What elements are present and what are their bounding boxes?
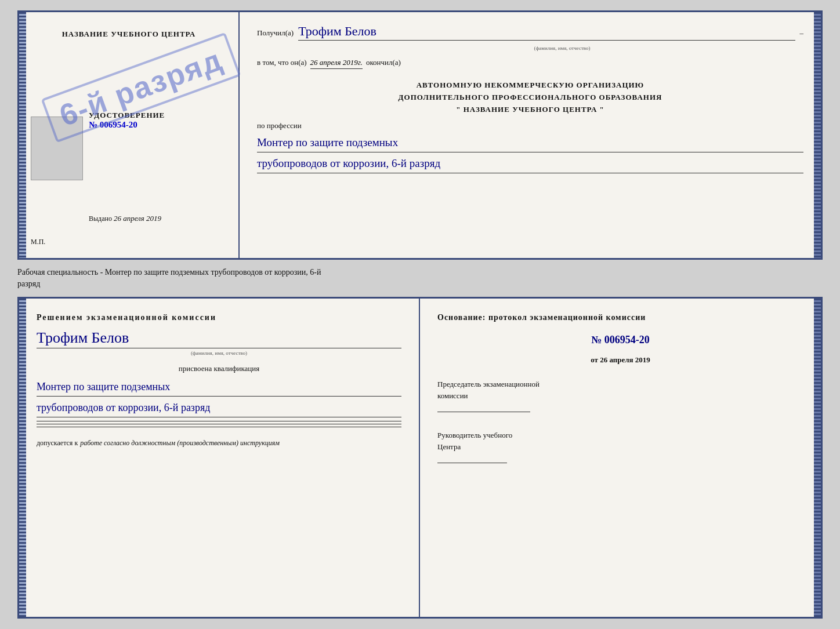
dopuskaetsya-text: работе согласно должностным (производств…	[80, 439, 280, 448]
vtom-prefix: в том, что он(а)	[257, 58, 307, 67]
dash-line-1	[37, 421, 401, 421]
osnovaniye-label: Основание: протокол экзаменационной коми…	[437, 313, 803, 322]
vydano-label: Выдано	[89, 214, 112, 223]
vtom-line: в том, что он(а) 26 апреля 2019г. окончи…	[257, 58, 803, 69]
prisvoena-label: присвоена квалификация	[37, 364, 401, 373]
okonchil-label: окончил(а)	[366, 58, 401, 67]
vydano-date: 26 апреля 2019	[114, 214, 161, 223]
dash-line-2	[37, 424, 401, 424]
poluchil-label: Получил(а)	[257, 28, 294, 38]
between-line1: Рабочая специальность - Монтер по защите…	[17, 267, 823, 278]
predsedatel-label2: комиссии	[437, 390, 803, 402]
diploma-bottom: Решением экзаменационной комиссии Трофим…	[17, 297, 823, 619]
po-professii-top: по профессии	[257, 121, 803, 130]
udostoverenie-block: УДОСТОВЕРЕНИЕ № 006954-20	[89, 111, 233, 130]
between-line2: разряд	[17, 278, 823, 290]
diploma-left-panel: НАЗВАНИЕ УЧЕБНОГО ЦЕНТРА 6-й разряд УДОС…	[19, 12, 240, 258]
fio-hint-top: (фамилия, имя, отчество)	[321, 45, 803, 51]
ot-date-val: 26 апреля 2019	[600, 355, 650, 364]
deco-right-border-top	[814, 12, 821, 258]
fio-handwritten-bottom: Трофим Белов	[37, 329, 401, 347]
org-block: АВТОНОМНУЮ НЕКОММЕРЧЕСКУЮ ОРГАНИЗАЦИЮ ДО…	[257, 79, 803, 115]
profession-line2-top: трубопроводов от коррозии, 6-й разряд	[257, 156, 803, 173]
ot-date-block: от 26 апреля 2019	[437, 355, 803, 365]
qual-line2: трубопроводов от коррозии, 6-й разряд	[37, 400, 401, 417]
diploma-title: НАЗВАНИЕ УЧЕБНОГО ЦЕНТРА	[62, 30, 196, 39]
dash-line-3	[37, 427, 401, 427]
predsedatel-block: Председатель экзаменационной комиссии	[437, 379, 803, 412]
page-background: НАЗВАНИЕ УЧЕБНОГО ЦЕНТРА 6-й разряд УДОС…	[0, 0, 840, 629]
diploma-bottom-right: Основание: протокол экзаменационной коми…	[420, 299, 821, 617]
predsedatel-label: Председатель экзаменационной	[437, 379, 803, 390]
rukovoditel-label2: Центра	[437, 441, 803, 453]
between-text: Рабочая специальность - Монтер по защите…	[17, 267, 823, 289]
org-line2: ДОПОЛНИТЕЛЬНОГО ПРОФЕССИОНАЛЬНОГО ОБРАЗО…	[257, 92, 803, 104]
cert-number-top: № 006954-20	[89, 120, 233, 130]
rukovoditel-label: Руководитель учебного	[437, 430, 803, 441]
rukovoditel-signature-line	[437, 463, 507, 463]
org-line3: " НАЗВАНИЕ УЧЕБНОГО ЦЕНТРА "	[257, 104, 803, 116]
resheniem-label: Решением экзаменационной комиссии	[37, 313, 401, 322]
dopuskaetsya-prefix: допускается к	[37, 439, 78, 448]
rukovoditel-block: Руководитель учебного Центра	[437, 430, 803, 463]
udostoverenie-label: УДОСТОВЕРЕНИЕ	[89, 111, 233, 120]
vtom-date: 26 апреля 2019г.	[310, 58, 363, 69]
diploma-bottom-left: Решением экзаменационной комиссии Трофим…	[19, 299, 420, 617]
fio-hint-bottom: (фамилия, имя, отчество)	[37, 350, 401, 356]
vydano-block: Выдано 26 апреля 2019	[89, 214, 161, 223]
fio-underline-bottom: Трофим Белов	[37, 329, 401, 348]
qual-line1: Монтер по защите подземных	[37, 379, 401, 397]
photo-placeholder	[31, 117, 83, 180]
predsedatel-signature-line	[437, 412, 530, 412]
poluchil-dash: –	[800, 28, 804, 38]
poluchil-line: Получил(а) Трофим Белов –	[257, 24, 803, 41]
mp-label: М.П.	[31, 238, 45, 246]
poluchil-name: Трофим Белов	[298, 24, 795, 41]
diploma-top: НАЗВАНИЕ УЧЕБНОГО ЦЕНТРА 6-й разряд УДОС…	[17, 10, 823, 260]
protocol-number: № 006954-20	[437, 334, 803, 346]
deco-right-border-bottom	[814, 299, 821, 617]
dopuskaetsya-block: допускается к работе согласно должностны…	[37, 439, 401, 448]
org-line1: АВТОНОМНУЮ НЕКОММЕРЧЕСКУЮ ОРГАНИЗАЦИЮ	[257, 79, 803, 92]
profession-line1-top: Монтер по защите подземных	[257, 135, 803, 152]
diploma-right-panel: Получил(а) Трофим Белов – (фамилия, имя,…	[240, 12, 821, 258]
ot-prefix: от	[591, 355, 598, 364]
